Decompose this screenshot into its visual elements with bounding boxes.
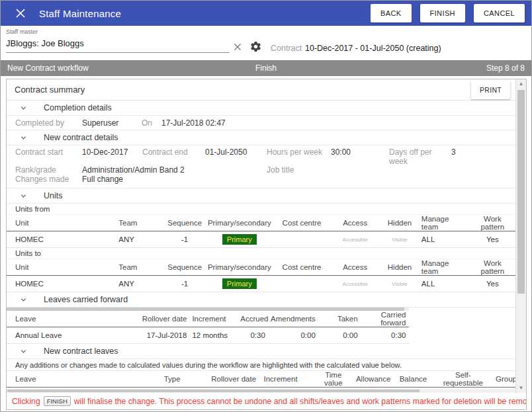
contract-summary-panel: Contract summary PRINT Completion detail… xyxy=(6,79,527,410)
cell-team: ANY xyxy=(116,231,164,248)
cell-sequence: -1 xyxy=(164,231,205,248)
section-new-contract-details[interactable]: New contract details xyxy=(7,130,515,145)
staff-master-input[interactable] xyxy=(6,35,230,53)
column-header: Rollover date xyxy=(135,311,189,327)
contract-start-value: 10-Dec-2017 xyxy=(82,148,142,166)
warning-prefix: Clicking xyxy=(12,397,40,406)
job-title-label: Job title xyxy=(267,166,331,175)
column-header: Leave xyxy=(7,311,135,327)
cell-cost-centre xyxy=(274,231,330,248)
cell-increment: 12 months xyxy=(189,327,238,344)
scrollbar-thumb[interactable] xyxy=(7,390,420,392)
finalise-warning: Clicking FINISH will finalise the change… xyxy=(7,393,526,409)
cell-work-pattern: Yes xyxy=(470,276,515,292)
workflow-step-indicator: Step 8 of 8 xyxy=(352,63,525,73)
units-to-label: Units to xyxy=(7,248,515,259)
scroll-up-arrow-icon[interactable]: ▲ xyxy=(516,79,526,89)
cell-cost-centre xyxy=(274,276,330,292)
column-header: Access xyxy=(330,215,380,231)
units-from-label: Units from xyxy=(7,204,515,215)
workflow-bar: New Contract workflow Finish Step 8 of 8 xyxy=(1,60,531,76)
table-row: HOMEC ANY -1 Primary Accessible Visible … xyxy=(7,276,515,292)
column-header: Work pattern xyxy=(470,215,515,231)
finish-button[interactable]: FINISH xyxy=(420,4,465,22)
scrollbar-thumb[interactable] xyxy=(7,308,404,311)
column-header: Self-requestable xyxy=(433,371,493,388)
column-header: Hidden xyxy=(380,215,419,231)
column-header: Manage team xyxy=(419,215,470,231)
column-header: Cost centre xyxy=(274,259,330,276)
column-header: Unit xyxy=(7,215,116,231)
scrollbar-thumb[interactable] xyxy=(517,90,525,294)
section-title: Leaves carried forward xyxy=(44,295,128,304)
contract-end-value: 01-Jul-2050 xyxy=(205,148,267,166)
scrollbar-track[interactable] xyxy=(516,89,526,384)
calculated-values-note: Any additions or changes made to calcula… xyxy=(7,359,515,371)
vertical-scrollbar[interactable]: ▲ ▼ xyxy=(515,79,526,393)
cancel-button[interactable]: CANCEL xyxy=(474,4,525,22)
cell-primary-secondary: Primary xyxy=(205,276,274,292)
cell-rollover-date: 17-Jul-2018 xyxy=(135,327,189,344)
column-header: Group xyxy=(493,371,515,388)
horizontal-scrollbar[interactable] xyxy=(7,389,515,393)
table-header-row: Unit Team Sequence Primary/secondary Cos… xyxy=(7,215,515,231)
column-header: Team xyxy=(116,259,164,276)
job-title-value xyxy=(331,166,515,175)
table-header-row: Leave Rollover date Increment Accrued Am… xyxy=(7,311,409,327)
table-horizontal-scrollbar[interactable] xyxy=(7,308,409,311)
changes-made-value: Full change xyxy=(82,175,515,185)
chevron-down-icon xyxy=(20,104,27,112)
column-header: Leave xyxy=(7,371,161,388)
column-header: Time value xyxy=(314,371,353,388)
completion-details-row: Completed by Superuser On 17-Jul-2018 02… xyxy=(7,116,515,130)
staff-master-label: Staff master xyxy=(6,28,230,35)
column-header: Cost centre xyxy=(274,215,330,231)
column-header: Manage team xyxy=(419,259,470,276)
contract-label: Contract xyxy=(271,44,302,53)
contract-end-label: Contract end xyxy=(142,148,205,166)
completed-by-value: Superuser xyxy=(82,118,142,128)
completed-by-label: Completed by xyxy=(15,118,82,128)
section-title: Units xyxy=(44,191,62,200)
new-contract-details-block: Contract start 10-Dec-2017 Contract end … xyxy=(7,145,515,188)
cell-manage-team: ALL xyxy=(419,231,470,248)
column-header: Type xyxy=(161,371,209,388)
cell-manage-team: ALL xyxy=(419,276,470,292)
scroll-down-arrow-icon[interactable]: ▼ xyxy=(516,384,526,393)
new-contract-leaves-table: Leave Type Rollover date Increment Time … xyxy=(7,371,515,389)
rank-grade-value: Administration/Admin Band 2 xyxy=(82,166,267,175)
units-to-table: Unit Team Sequence Primary/secondary Cos… xyxy=(7,259,515,292)
close-icon[interactable] xyxy=(15,8,26,19)
section-leaves-carried-forward[interactable]: Leaves carried forward xyxy=(7,292,515,308)
clear-staff-icon[interactable] xyxy=(234,43,242,51)
column-header: Accrued xyxy=(238,311,268,327)
back-button[interactable]: BACK xyxy=(371,4,412,22)
column-header: Increment xyxy=(189,311,238,327)
print-button[interactable]: PRINT xyxy=(471,81,510,99)
cell-access: Accessible xyxy=(330,276,380,292)
chevron-down-icon xyxy=(20,348,27,355)
contract-value: 10-Dec-2017 - 01-Jul-2050 (creating) xyxy=(305,44,441,53)
section-units[interactable]: Units xyxy=(7,188,515,204)
chevron-down-icon xyxy=(20,134,27,142)
cell-amendments: 0:00 xyxy=(268,327,318,344)
cell-work-pattern: Yes xyxy=(470,231,515,248)
hours-per-week-value: 30:00 xyxy=(331,148,389,166)
cell-hidden: Visible xyxy=(380,276,419,292)
chevron-down-icon xyxy=(20,296,27,304)
section-completion-details[interactable]: Completion details xyxy=(7,101,515,116)
cell-taken: 0:00 xyxy=(318,327,361,344)
section-new-contract-leaves[interactable]: New contract leaves xyxy=(7,344,515,359)
cell-team: ANY xyxy=(116,276,164,292)
table-header-row: Leave Type Rollover date Increment Time … xyxy=(7,371,515,388)
summary-title: Contract summary xyxy=(15,85,85,95)
section-title: Completion details xyxy=(44,103,112,112)
summary-content: Completion details Completed by Superuse… xyxy=(7,101,515,389)
cell-leave: Annual Leave xyxy=(7,327,135,344)
primary-badge: Primary xyxy=(222,278,257,289)
column-header: Carried forward xyxy=(361,311,409,327)
units-from-table: Unit Team Sequence Primary/secondary Cos… xyxy=(7,215,515,248)
column-header: Access xyxy=(330,259,380,276)
settings-gear-icon[interactable] xyxy=(249,40,262,53)
cell-sequence: -1 xyxy=(164,276,205,292)
